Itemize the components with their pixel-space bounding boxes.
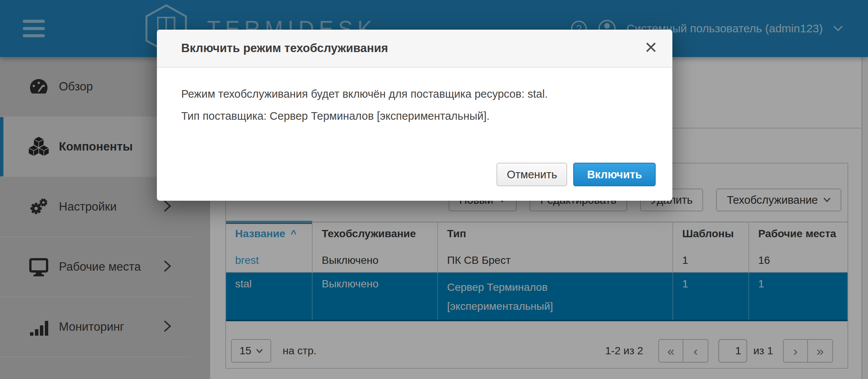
confirm-enable-button[interactable]: Включить xyxy=(573,163,656,186)
modal-text-line1: Режим техобслуживания будет включён для … xyxy=(181,83,648,105)
modal-footer: Отменить Включить xyxy=(496,163,656,186)
modal-header: Включить режим техобслуживания × xyxy=(157,30,672,68)
close-icon[interactable]: × xyxy=(645,35,657,59)
modal-text-line2: Тип поставщика: Сервер Терминалов [экспе… xyxy=(181,105,648,127)
modal-body: Режим техобслуживания будет включён для … xyxy=(157,68,672,127)
cancel-button[interactable]: Отменить xyxy=(496,163,567,186)
maintenance-modal: Включить режим техобслуживания × Режим т… xyxy=(157,30,672,201)
termidesk-admin-screen: TERMIDESK ? Системный пользователь (admi… xyxy=(0,0,868,379)
modal-title: Включить режим техобслуживания xyxy=(181,41,388,55)
